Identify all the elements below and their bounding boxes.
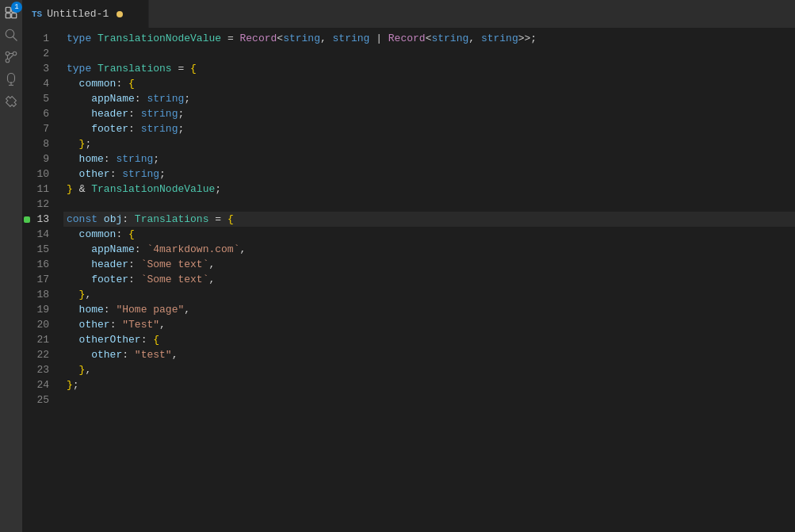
activity-icon-search[interactable] — [2, 25, 21, 44]
line-num-21: 21 — [32, 332, 57, 347]
code-line-8: }; — [63, 136, 795, 151]
line-num-6: 6 — [32, 106, 57, 121]
code-line-4: common: { — [63, 76, 795, 91]
gutter-row-4 — [22, 76, 32, 91]
activity-icon-extensions[interactable] — [2, 92, 21, 111]
gutter-row-15 — [22, 242, 32, 257]
gutter-row-3 — [22, 61, 32, 76]
code-line-3: type Translations = { — [63, 61, 795, 76]
activity-icon-explorer[interactable]: 1 — [2, 3, 21, 22]
gutter-row-18 — [22, 287, 32, 302]
svg-rect-3 — [12, 13, 17, 18]
line-num-5: 5 — [32, 91, 57, 106]
line-num-18: 18 — [32, 287, 57, 302]
gutter-row-25 — [22, 392, 32, 408]
line-num-16: 16 — [32, 257, 57, 272]
gutter-row-14 — [22, 227, 32, 242]
gutter-row-1 — [22, 31, 32, 46]
code-line-15: appName: `4markdown.com`, — [63, 242, 795, 257]
line-num-24: 24 — [32, 377, 57, 392]
editor-content: 1 2 3 4 5 6 7 8 9 10 11 12 13 14 15 16 1… — [22, 28, 795, 532]
code-line-25 — [63, 392, 795, 408]
svg-rect-2 — [6, 13, 10, 18]
code-line-9: home: string; — [63, 151, 795, 166]
code-line-6: header: string; — [63, 106, 795, 121]
line-num-13: 13 — [32, 212, 57, 227]
gutter-row-13 — [22, 212, 32, 227]
code-line-18: }, — [63, 287, 795, 302]
gutter-row-17 — [22, 272, 32, 287]
code-line-2 — [63, 46, 795, 61]
gutter-row-20 — [22, 317, 32, 332]
gutter-row-19 — [22, 302, 32, 317]
line-numbers: 1 2 3 4 5 6 7 8 9 10 11 12 13 14 15 16 1… — [32, 28, 63, 532]
code-line-24: }; — [63, 377, 795, 392]
code-line-22: other: "test", — [63, 347, 795, 362]
gutter-row-12 — [22, 197, 32, 212]
gutter — [22, 28, 32, 532]
typescript-icon: TS — [32, 10, 42, 19]
editor: 1 2 3 4 5 6 7 8 9 10 11 12 13 14 15 16 1… — [22, 28, 795, 532]
line-num-17: 17 — [32, 272, 57, 287]
line-num-14: 14 — [32, 227, 57, 242]
svg-line-11 — [10, 55, 13, 59]
line-num-4: 4 — [32, 76, 57, 91]
gutter-row-8 — [22, 136, 32, 151]
code-line-19: home: "Home page", — [63, 302, 795, 317]
tab-untitled1[interactable]: TS Untitled-1 — [22, 0, 149, 28]
code-line-7: footer: string; — [63, 121, 795, 136]
notification-badge: 1 — [11, 2, 22, 13]
line-num-9: 9 — [32, 151, 57, 166]
gutter-row-21 — [22, 332, 32, 347]
gutter-row-2 — [22, 46, 32, 61]
svg-rect-0 — [6, 7, 10, 12]
line-num-20: 20 — [32, 317, 57, 332]
line-num-11: 11 — [32, 182, 57, 197]
code-line-5: appName: string; — [63, 91, 795, 106]
line-num-8: 8 — [32, 136, 57, 151]
code-line-17: footer: `Some text`, — [63, 272, 795, 287]
line-num-10: 10 — [32, 166, 57, 182]
svg-point-4 — [6, 29, 14, 38]
line-num-12: 12 — [32, 197, 57, 212]
gutter-row-10 — [22, 166, 32, 182]
gutter-row-24 — [22, 377, 32, 392]
tab-modified-indicator — [117, 11, 123, 17]
code-line-14: common: { — [63, 227, 795, 242]
svg-point-8 — [6, 59, 10, 63]
activity-icon-scm[interactable] — [2, 48, 21, 67]
code-line-23: }, — [63, 362, 795, 377]
line-num-23: 23 — [32, 362, 57, 377]
code-line-16: header: `Some text`, — [63, 257, 795, 272]
code-line-11: } & TranslationNodeValue; — [63, 182, 795, 197]
svg-line-5 — [13, 36, 17, 40]
line-num-2: 2 — [32, 46, 57, 61]
line-num-7: 7 — [32, 121, 57, 136]
line-num-15: 15 — [32, 242, 57, 257]
gutter-row-22 — [22, 347, 32, 362]
code-line-12 — [63, 197, 795, 212]
gutter-row-7 — [22, 121, 32, 136]
svg-point-7 — [13, 52, 17, 55]
activity-bar: 1 — [0, 0, 22, 532]
tab-filename: Untitled-1 — [47, 8, 109, 20]
code-line-20: other: "Test", — [63, 317, 795, 332]
svg-point-6 — [6, 52, 10, 55]
code-line-10: other: string; — [63, 166, 795, 182]
breakpoint-dot — [24, 216, 30, 223]
tab-bar: TS Untitled-1 — [22, 0, 795, 28]
gutter-row-6 — [22, 106, 32, 121]
gutter-row-16 — [22, 257, 32, 272]
line-num-1: 1 — [32, 31, 57, 46]
code-line-13: const obj: Translations = { — [63, 212, 795, 227]
line-num-3: 3 — [32, 61, 57, 76]
code-area[interactable]: type TranslationNodeValue = Record<strin… — [63, 28, 795, 532]
code-line-1: type TranslationNodeValue = Record<strin… — [63, 31, 795, 46]
gutter-row-9 — [22, 151, 32, 166]
line-num-25: 25 — [32, 392, 57, 408]
line-num-22: 22 — [32, 347, 57, 362]
gutter-row-23 — [22, 362, 32, 377]
line-num-19: 19 — [32, 302, 57, 317]
activity-icon-debug[interactable] — [2, 70, 21, 89]
code-line-21: otherOther: { — [63, 332, 795, 347]
